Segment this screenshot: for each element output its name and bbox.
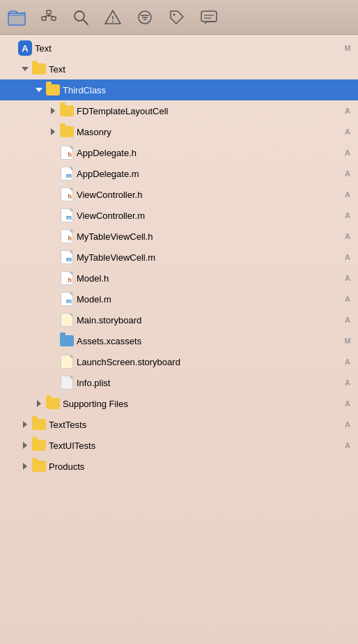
svg-rect-3 [42,17,46,20]
svg-rect-17 [201,11,217,22]
svg-rect-4 [52,17,56,20]
tree-item-fdtemplate[interactable]: FDTemplateLayoutCellA [0,100,358,121]
tree-item-mytableviewcell-h[interactable]: hMyTableViewCell.hA [0,226,358,247]
svg-point-11 [112,21,114,22]
tag-nav-icon[interactable] [167,8,187,27]
source-file-icon: m [61,250,73,264]
toolbar [0,0,358,35]
tree-item-text-folder[interactable]: Text [0,59,358,79]
filter-nav-icon[interactable] [135,8,155,27]
disclosure-triangle [20,461,31,472]
tree-item-label: ThirdClass [63,85,352,95]
tree-item-appdelegate-m[interactable]: mAppDelegate.mA [0,163,358,184]
tree-item-appdelegate-h[interactable]: hAppDelegate.hA [0,142,358,163]
tree-item-supporting[interactable]: Supporting FilesA [0,393,358,414]
disclosure-triangle [33,398,45,409]
search-nav-icon[interactable] [71,8,91,27]
disclosure-triangle [20,440,31,451]
status-badge: A [343,316,352,324]
warning-nav-icon[interactable] [103,8,123,27]
project-icon: A [18,40,32,56]
tree-item-launchscreen[interactable]: LaunchScreen.storyboardA [0,351,358,372]
status-badge: A [343,295,352,303]
tree-item-thirdclass[interactable]: ThirdClass [0,79,358,100]
tree-item-mytableviewcell-m[interactable]: mMyTableViewCell.mA [0,247,358,268]
tree-item-viewcontroller-m[interactable]: mViewController.mA [0,205,358,226]
tree-item-label: TextUITests [49,440,340,451]
folder-icon [32,63,46,75]
folder-nav-icon[interactable] [7,8,26,27]
tree-item-texttests[interactable]: TextTestsA [0,414,358,435]
disclosure-triangle [20,419,31,430]
status-badge: A [343,232,352,240]
folder-blue-icon [60,335,74,346]
chat-nav-icon[interactable] [199,8,219,27]
folder-icon [46,84,60,95]
tree-item-root-text[interactable]: ATextM [0,38,358,59]
status-badge: A [343,128,352,136]
svg-rect-2 [47,10,51,14]
tree-item-model-h[interactable]: hModel.hA [0,268,358,289]
disclosure-triangle [20,63,31,75]
tree-item-label: ViewController.h [77,190,340,200]
hierarchy-nav-icon[interactable] [39,8,59,27]
tree-item-label: Products [49,461,352,472]
tree-item-label: Model.m [77,294,340,305]
header-file-icon: h [61,229,73,243]
tree-item-label: LaunchScreen.storyboard [77,357,340,367]
source-file-icon: m [61,292,73,306]
tree-item-label: Assets.xcassets [77,336,340,346]
disclosure-triangle [47,126,59,137]
plist-icon [61,376,73,390]
tree-item-label: ViewController.m [77,210,340,221]
disclosure-triangle [47,105,59,116]
status-badge: A [343,148,352,157]
tree-item-products[interactable]: Products [0,456,358,477]
tree-item-assets[interactable]: Assets.xcassetsM [0,330,358,351]
folder-icon [32,440,46,451]
tree-item-label: Supporting Files [63,399,340,409]
storyboard-icon [61,355,73,369]
tree-item-info-plist[interactable]: Info.plistA [0,372,358,393]
tree-item-masonry[interactable]: MasonryA [0,121,358,142]
tree-item-label: Masonry [77,127,340,137]
disclosure-triangle [33,84,45,95]
tree-item-label: Text [35,43,340,54]
folder-icon [32,461,46,472]
tree-item-label: Info.plist [77,378,340,388]
folder-icon [60,126,74,137]
tree-item-label: MyTableViewCell.h [77,231,340,242]
status-badge: A [343,274,352,282]
header-file-icon: h [61,146,73,160]
tree-item-textuitests[interactable]: TextUITestsA [0,435,358,456]
status-badge: A [343,441,352,450]
source-file-icon: m [61,167,73,181]
status-badge: A [343,420,352,429]
tree-item-main-storyboard[interactable]: Main.storyboardA [0,309,358,330]
tree-item-label: Model.h [77,273,340,284]
tree-item-label: Main.storyboard [77,315,340,325]
svg-line-6 [44,15,49,17]
tree-item-label: FDTemplateLayoutCell [77,106,340,116]
folder-icon [60,105,74,116]
status-badge: A [343,253,352,261]
storyboard-icon [61,313,73,327]
svg-line-9 [83,20,88,24]
status-badge: M [343,44,352,52]
folder-icon [46,398,60,409]
tree-item-label: TextTests [49,420,340,430]
status-badge: A [343,190,352,199]
svg-line-7 [49,15,54,17]
status-badge: A [343,211,352,220]
svg-point-16 [173,13,176,15]
status-badge: A [343,399,352,408]
source-file-icon: m [61,208,73,222]
tree-item-model-m[interactable]: mModel.mA [0,289,358,309]
header-file-icon: h [61,187,73,201]
status-badge: A [343,107,352,115]
tree-item-label: MyTableViewCell.m [77,252,340,263]
status-badge: A [343,378,352,387]
folder-icon [32,419,46,430]
tree-item-viewcontroller-h[interactable]: hViewController.hA [0,184,358,205]
file-tree: ATextMTextThirdClassFDTemplateLayoutCell… [0,35,358,644]
